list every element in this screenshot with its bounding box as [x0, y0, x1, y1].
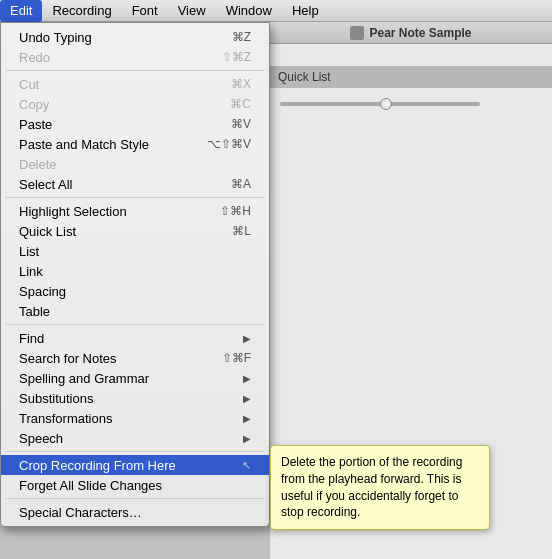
menu-item-redo-shortcut: ⇧⌘Z [222, 50, 251, 64]
menu-item-copy-shortcut: ⌘C [230, 97, 251, 111]
menu-item-redo[interactable]: Redo ⇧⌘Z [1, 47, 269, 67]
menu-item-substitutions-label: Substitutions [19, 391, 238, 406]
window-title: Pear Note Sample [369, 26, 471, 40]
menubar-item-edit[interactable]: Edit [0, 0, 42, 22]
menu-item-transformations-label: Transformations [19, 411, 238, 426]
menu-item-select-all-shortcut: ⌘A [231, 177, 251, 191]
menu-item-find-label: Find [19, 331, 238, 346]
speech-submenu-arrow: ▶ [243, 433, 251, 444]
separator-5 [6, 498, 264, 499]
slider-track[interactable] [280, 102, 480, 106]
menu-item-select-all[interactable]: Select All ⌘A [1, 174, 269, 194]
menu-item-table[interactable]: Table [1, 301, 269, 321]
menu-item-paste-label: Paste [19, 117, 211, 132]
menu-item-link[interactable]: Link [1, 261, 269, 281]
menu-item-cut-label: Cut [19, 77, 211, 92]
menu-item-table-label: Table [19, 304, 251, 319]
menu-item-special-chars-label: Special Characters… [19, 505, 251, 520]
substitutions-submenu-arrow: ▶ [243, 393, 251, 404]
menu-item-forget-slide-label: Forget All Slide Changes [19, 478, 251, 493]
tooltip-text: Delete the portion of the recording from… [281, 455, 462, 519]
menubar: Edit Recording Font View Window Help [0, 0, 552, 22]
menu-item-highlight-shortcut: ⇧⌘H [220, 204, 251, 218]
menu-item-quick-list[interactable]: Quick List ⌘L [1, 221, 269, 241]
menu-item-spacing-label: Spacing [19, 284, 251, 299]
menu-item-paste[interactable]: Paste ⌘V [1, 114, 269, 134]
tooltip-box: Delete the portion of the recording from… [270, 445, 490, 530]
menubar-item-font[interactable]: Font [122, 0, 168, 22]
menu-item-copy-label: Copy [19, 97, 210, 112]
window-icon [350, 26, 364, 40]
menu-item-speech[interactable]: Speech ▶ [1, 428, 269, 448]
menu-item-spelling[interactable]: Spelling and Grammar ▶ [1, 368, 269, 388]
menu-item-find[interactable]: Find ▶ [1, 328, 269, 348]
transformations-submenu-arrow: ▶ [243, 413, 251, 424]
menu-item-quick-list-label: Quick List [19, 224, 212, 239]
menubar-item-view[interactable]: View [168, 0, 216, 22]
slider-thumb[interactable] [380, 98, 392, 110]
cursor-indicator: ↖ [242, 459, 251, 472]
quick-list-bar: Quick List [270, 66, 552, 88]
menu-item-search-notes-shortcut: ⇧⌘F [222, 351, 251, 365]
menu-item-quick-list-shortcut: ⌘L [232, 224, 251, 238]
menubar-item-window[interactable]: Window [216, 0, 282, 22]
menu-item-redo-label: Redo [19, 50, 202, 65]
menu-item-delete[interactable]: Delete [1, 154, 269, 174]
find-submenu-arrow: ▶ [243, 333, 251, 344]
menu-item-crop-recording-label: Crop Recording From Here [19, 458, 242, 473]
menubar-item-recording[interactable]: Recording [42, 0, 121, 22]
menu-item-undo-typing-shortcut: ⌘Z [232, 30, 251, 44]
menu-item-forget-slide[interactable]: Forget All Slide Changes [1, 475, 269, 495]
separator-3 [6, 324, 264, 325]
menu-item-undo-typing-label: Undo Typing [19, 30, 212, 45]
menu-item-search-notes-label: Search for Notes [19, 351, 202, 366]
menu-item-paste-match-label: Paste and Match Style [19, 137, 187, 152]
menu-item-spelling-label: Spelling and Grammar [19, 371, 238, 386]
menu-item-crop-recording[interactable]: Crop Recording From Here ↖ [1, 455, 269, 475]
separator-1 [6, 70, 264, 71]
menu-item-transformations[interactable]: Transformations ▶ [1, 408, 269, 428]
menubar-item-help[interactable]: Help [282, 0, 329, 22]
menu-item-cut-shortcut: ⌘X [231, 77, 251, 91]
slider-area [270, 95, 552, 113]
edit-dropdown-menu: Undo Typing ⌘Z Redo ⇧⌘Z Cut ⌘X Copy ⌘C P… [0, 22, 270, 527]
menu-item-search-notes[interactable]: Search for Notes ⇧⌘F [1, 348, 269, 368]
menu-item-list[interactable]: List [1, 241, 269, 261]
window-title-bar: Pear Note Sample [270, 22, 552, 44]
menu-item-special-chars[interactable]: Special Characters… [1, 502, 269, 522]
spelling-submenu-arrow: ▶ [243, 373, 251, 384]
menu-item-link-label: Link [19, 264, 251, 279]
menu-item-highlight[interactable]: Highlight Selection ⇧⌘H [1, 201, 269, 221]
menu-item-paste-shortcut: ⌘V [231, 117, 251, 131]
menu-item-spacing[interactable]: Spacing [1, 281, 269, 301]
menu-item-list-label: List [19, 244, 251, 259]
menu-item-paste-match[interactable]: Paste and Match Style ⌥⇧⌘V [1, 134, 269, 154]
menu-item-cut[interactable]: Cut ⌘X [1, 74, 269, 94]
menu-item-undo-typing[interactable]: Undo Typing ⌘Z [1, 27, 269, 47]
quick-list-label: Quick List [278, 70, 331, 84]
menu-item-select-all-label: Select All [19, 177, 211, 192]
menu-item-speech-label: Speech [19, 431, 238, 446]
menu-item-delete-label: Delete [19, 157, 251, 172]
menu-item-paste-match-shortcut: ⌥⇧⌘V [207, 137, 251, 151]
separator-2 [6, 197, 264, 198]
menu-item-highlight-label: Highlight Selection [19, 204, 200, 219]
separator-4 [6, 451, 264, 452]
menu-item-substitutions[interactable]: Substitutions ▶ [1, 388, 269, 408]
menu-item-copy[interactable]: Copy ⌘C [1, 94, 269, 114]
